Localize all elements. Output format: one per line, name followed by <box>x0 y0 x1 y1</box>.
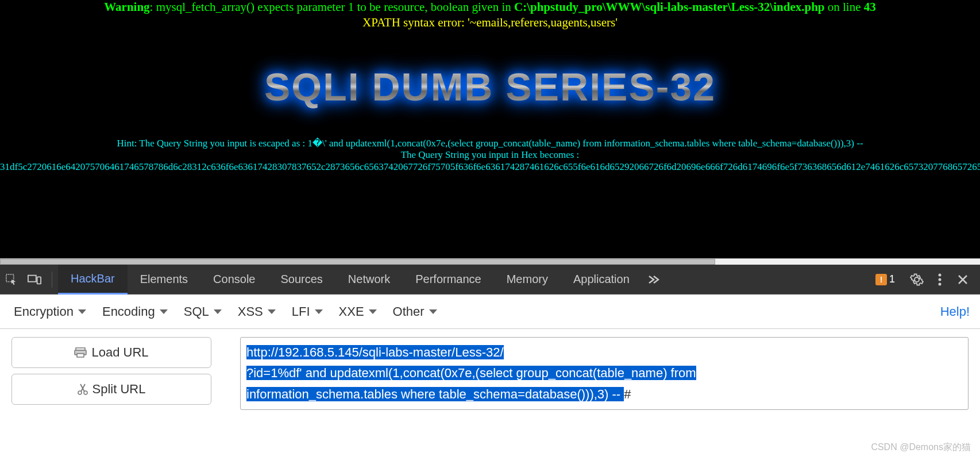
hint-hex-label: The Query String you input in Hex become… <box>0 149 980 161</box>
menu-label: SQL <box>184 304 209 319</box>
svg-point-4 <box>939 278 942 281</box>
menu-encryption[interactable]: Encryption <box>6 301 94 323</box>
hint-hex-value: 31df5c2720616e642075706461746578786d6c28… <box>0 161 980 173</box>
php-warning: Warning: mysql_fetch_array() expects par… <box>0 0 980 14</box>
devtools-tabbar: HackBar Elements Console Sources Network… <box>0 265 980 295</box>
tab-elements[interactable]: Elements <box>128 265 200 295</box>
svg-rect-1 <box>28 275 36 281</box>
url-text-selected: http://192.168.5.145/sqli-labs-master/Le… <box>246 345 504 359</box>
hackbar-toolbar: Encryption Encoding SQL XSS LFI XXE Othe… <box>0 295 980 329</box>
tab-hackbar[interactable]: HackBar <box>58 265 128 295</box>
tab-application[interactable]: Application <box>561 265 642 295</box>
hackbar-actions: Load URL Split URL <box>11 337 211 405</box>
svg-point-3 <box>939 273 942 276</box>
chevron-down-icon <box>78 309 86 314</box>
devtools-panel: HackBar Elements Console Sources Network… <box>0 265 980 410</box>
inspect-icon[interactable] <box>0 265 23 295</box>
warning-message: : mysql_fetch_array() expects parameter … <box>150 0 514 14</box>
chevron-down-icon <box>315 309 323 314</box>
hint-escaped: Hint: The Query String you input is esca… <box>0 138 980 149</box>
load-url-button[interactable]: Load URL <box>11 337 211 368</box>
issue-count: 1 <box>889 273 895 285</box>
url-input[interactable]: http://192.168.5.145/sqli-labs-master/Le… <box>240 337 969 410</box>
chevron-down-icon <box>369 309 377 314</box>
menu-lfi[interactable]: LFI <box>284 301 331 323</box>
horizontal-scrollbar[interactable] <box>0 258 980 265</box>
tab-memory[interactable]: Memory <box>494 265 561 295</box>
page-title: SQLI DUMB SERIES-32 <box>264 64 716 109</box>
menu-label: Encryption <box>14 304 74 319</box>
button-label: Split URL <box>92 382 146 397</box>
button-label: Load URL <box>91 345 148 360</box>
warning-label: Warning <box>104 0 149 14</box>
chevron-down-icon <box>268 309 276 314</box>
help-link[interactable]: Help! <box>940 304 974 319</box>
split-url-button[interactable]: Split URL <box>11 374 211 405</box>
menu-label: Other <box>393 304 425 319</box>
tab-sources[interactable]: Sources <box>268 265 335 295</box>
tab-network[interactable]: Network <box>335 265 403 295</box>
warning-icon: ! <box>875 274 887 285</box>
close-icon[interactable] <box>951 265 974 295</box>
menu-sql[interactable]: SQL <box>176 301 230 323</box>
svg-point-5 <box>939 282 942 285</box>
tab-console[interactable]: Console <box>200 265 268 295</box>
menu-xxe[interactable]: XXE <box>331 301 385 323</box>
xpath-error: XPATH syntax error: '~emails,referers,ua… <box>0 16 980 30</box>
webpage-content: Warning: mysql_fetch_array() expects par… <box>0 0 980 258</box>
menu-label: LFI <box>292 304 310 319</box>
warning-path: C:\phpstudy_pro\WWW\sqli-labs-master\Les… <box>514 0 824 14</box>
warning-line-num: 43 <box>864 0 876 14</box>
url-text-tail: # <box>624 387 631 401</box>
menu-other[interactable]: Other <box>385 301 445 323</box>
issues-badge[interactable]: ! 1 <box>875 273 895 285</box>
svg-rect-2 <box>37 277 41 284</box>
menu-encoding[interactable]: Encoding <box>94 301 176 323</box>
menu-label: Encoding <box>102 304 155 319</box>
more-tabs-icon[interactable] <box>642 265 665 295</box>
svg-rect-8 <box>77 354 84 357</box>
chevron-down-icon <box>214 309 222 314</box>
gear-icon[interactable] <box>905 265 928 295</box>
warning-online: on line <box>825 0 864 14</box>
scissors-icon <box>78 383 88 396</box>
chevron-down-icon <box>429 309 437 314</box>
hackbar-body: Load URL Split URL http://192.168.5.145/… <box>0 329 980 410</box>
menu-xss[interactable]: XSS <box>230 301 284 323</box>
divider <box>52 272 52 288</box>
url-text-selected: ?id=1%df' and updatexml(1,concat(0x7e,(s… <box>246 366 696 380</box>
scrollbar-thumb[interactable] <box>0 259 715 265</box>
chevron-down-icon <box>160 309 168 314</box>
printer-icon <box>74 347 87 358</box>
device-toggle-icon[interactable] <box>23 265 46 295</box>
tab-performance[interactable]: Performance <box>403 265 494 295</box>
kebab-menu-icon[interactable] <box>928 265 951 295</box>
menu-label: XSS <box>238 304 263 319</box>
url-text-selected: information_schema.tables where table_sc… <box>246 387 624 401</box>
menu-label: XXE <box>339 304 364 319</box>
